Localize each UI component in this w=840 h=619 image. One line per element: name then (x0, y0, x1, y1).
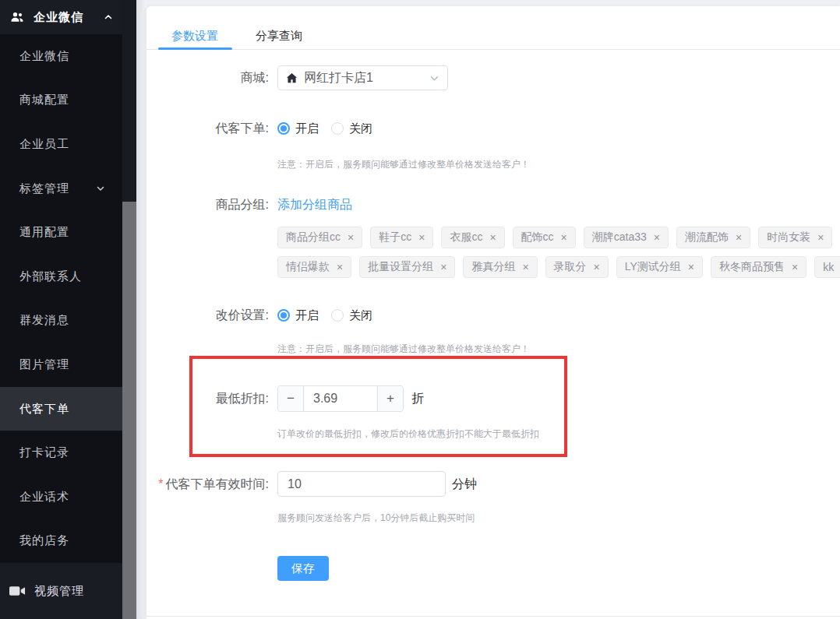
valet-order-note: 注意：开启后，服务顾问能够通过修改整单价格发送给客户！ (277, 158, 530, 171)
sidebar-item-checkin-records[interactable]: 打卡记录 (0, 431, 122, 475)
product-group-tag: 雅真分组× (463, 256, 537, 278)
product-group-tag: 批量设置分组× (359, 256, 455, 278)
min-discount-label: 最低折扣: (146, 385, 269, 412)
tag-close-icon[interactable]: × (522, 262, 528, 273)
sidebar-item-external-contacts[interactable]: 外部联系人 (0, 255, 122, 299)
radio-unchecked-icon (331, 122, 344, 135)
valet-order-radio-off[interactable]: 关闭 (331, 121, 372, 136)
valet-order-radio-group: 开启 关闭 (277, 120, 385, 137)
price-change-label: 改价设置: (146, 307, 269, 324)
users-icon (9, 9, 25, 25)
sidebar-group-label: 企业微信 (34, 10, 104, 25)
valet-order-label: 代客下单: (146, 120, 269, 137)
tag-close-icon[interactable]: × (654, 232, 660, 243)
price-change-radio-group: 开启 关闭 (277, 307, 385, 324)
sidebar-group-video[interactable]: 视频管理 (0, 563, 122, 619)
required-asterisk: * (158, 477, 163, 491)
sidebar-item-company-scripts[interactable]: 企业话术 (0, 475, 122, 519)
tag-close-icon[interactable]: × (337, 262, 343, 273)
mall-select[interactable]: 网红打卡店1 (277, 65, 448, 90)
product-group-tag: 鞋子cc× (370, 227, 433, 248)
save-button[interactable]: 保存 (277, 556, 329, 581)
chevron-up-icon (104, 12, 113, 22)
chevron-down-icon (96, 184, 105, 193)
stepper-decrease-button[interactable]: − (278, 386, 304, 411)
sidebar-item-valet-order[interactable]: 代客下单 (0, 387, 122, 431)
sidebar-menu: 企业微信 商城配置 企业员工 标签管理 通用配置 外部联系人 群发消息 图片管理… (0, 34, 122, 563)
min-discount-unit: 折 (411, 385, 424, 412)
tab-share-query[interactable]: 分享查询 (256, 29, 302, 44)
min-discount-input[interactable] (304, 386, 377, 411)
product-group-tag: 潮牌cata33× (584, 227, 669, 248)
card-bottom-divider (146, 616, 840, 617)
product-group-tag: 录取分× (545, 256, 609, 278)
active-tab-underline (158, 47, 232, 50)
tab-parameter-settings[interactable]: 参数设置 (171, 29, 218, 44)
valid-time-input[interactable] (277, 471, 446, 497)
tag-close-icon[interactable]: × (418, 232, 425, 243)
video-camera-icon (9, 585, 26, 597)
valid-time-label: *代客下单有效时间: (146, 471, 269, 497)
product-group-tag: kk× (814, 256, 840, 278)
content-gap-strip (136, 0, 146, 619)
product-group-tag: 秋冬商品预售× (711, 256, 806, 278)
valid-time-unit: 分钟 (452, 471, 477, 497)
chevron-down-icon (429, 73, 439, 83)
radio-unchecked-icon (331, 309, 344, 322)
product-group-tag: 衣服cc× (441, 227, 504, 248)
mall-select-value: 网红打卡店1 (304, 70, 429, 86)
sidebar-item-group-messages[interactable]: 群发消息 (0, 299, 122, 343)
tag-close-icon[interactable]: × (561, 232, 567, 243)
valet-order-radio-on[interactable]: 开启 (277, 121, 319, 136)
product-group-tag-row-1: 商品分组cc× 鞋子cc× 衣服cc× 配饰cc× 潮牌cata33× 潮流配饰… (277, 227, 840, 248)
product-group-tag: 情侣爆款× (277, 256, 351, 278)
shop-icon (286, 72, 298, 84)
product-group-tag: 时尚女装× (758, 227, 832, 248)
sidebar-item-my-store[interactable]: 我的店务 (0, 519, 122, 564)
tag-close-icon[interactable]: × (594, 262, 600, 273)
sidebar-item-tag-management[interactable]: 标签管理 (0, 167, 122, 211)
valid-time-note: 服务顾问发送给客户后，10分钟后截止购买时间 (277, 512, 475, 525)
tag-close-icon[interactable]: × (736, 232, 742, 243)
product-group-tag-row-2: 情侣爆款× 批量设置分组× 雅真分组× 录取分× LY测试分组× 秋冬商品预售×… (277, 256, 840, 278)
tab-bar-divider (146, 49, 840, 50)
price-change-radio-on[interactable]: 开启 (277, 308, 319, 323)
product-group-tag: 商品分组cc× (277, 227, 362, 248)
tag-close-icon[interactable]: × (688, 262, 694, 273)
product-group-tag: 潮流配饰× (676, 227, 750, 248)
tag-close-icon[interactable]: × (348, 232, 354, 243)
sidebar-item-mall-config[interactable]: 商城配置 (0, 79, 122, 123)
sidebar-item-image-management[interactable]: 图片管理 (0, 343, 122, 387)
radio-checked-icon (277, 122, 290, 135)
product-groups-label: 商品分组: (146, 196, 269, 213)
stepper-increase-button[interactable]: + (377, 386, 403, 411)
sidebar-scrollbar-thumb[interactable] (122, 202, 136, 619)
sidebar-item-general-config[interactable]: 通用配置 (0, 210, 122, 255)
product-group-tag: LY测试分组× (616, 256, 703, 278)
tag-close-icon[interactable]: × (792, 262, 798, 273)
sidebar-video-label: 视频管理 (34, 584, 84, 599)
price-change-note: 注意：开启后，服务顾问能够通过修改整单价格发送给客户！ (277, 343, 530, 356)
sidebar-group-wecom[interactable]: 企业微信 (0, 0, 122, 34)
sidebar-scrollbar[interactable] (122, 0, 136, 619)
tag-close-icon[interactable]: × (817, 232, 824, 243)
min-discount-stepper: − + (277, 385, 404, 412)
radio-checked-icon (277, 309, 290, 322)
tag-close-icon[interactable]: × (489, 232, 496, 243)
price-change-radio-off[interactable]: 关闭 (331, 308, 372, 323)
min-discount-note: 订单改价的最低折扣，修改后的价格优惠折扣不能大于最低折扣 (277, 427, 539, 441)
add-group-products-link[interactable]: 添加分组商品 (277, 196, 352, 213)
mall-label: 商城: (146, 65, 269, 90)
sidebar-item-employees[interactable]: 企业员工 (0, 122, 122, 167)
tag-close-icon[interactable]: × (440, 262, 446, 273)
product-group-tag: 配饰cc× (513, 227, 576, 248)
sidebar: 企业微信 企业微信 商城配置 企业员工 标签管理 通用配置 外部联系人 群发消息… (0, 0, 122, 619)
app-root: 企业微信 企业微信 商城配置 企业员工 标签管理 通用配置 外部联系人 群发消息… (0, 0, 840, 619)
sidebar-item-wecom[interactable]: 企业微信 (0, 34, 122, 79)
main-content: 参数设置 分享查询 商城: 网红打卡店1 代客下单: 开启 关闭 (146, 0, 840, 619)
